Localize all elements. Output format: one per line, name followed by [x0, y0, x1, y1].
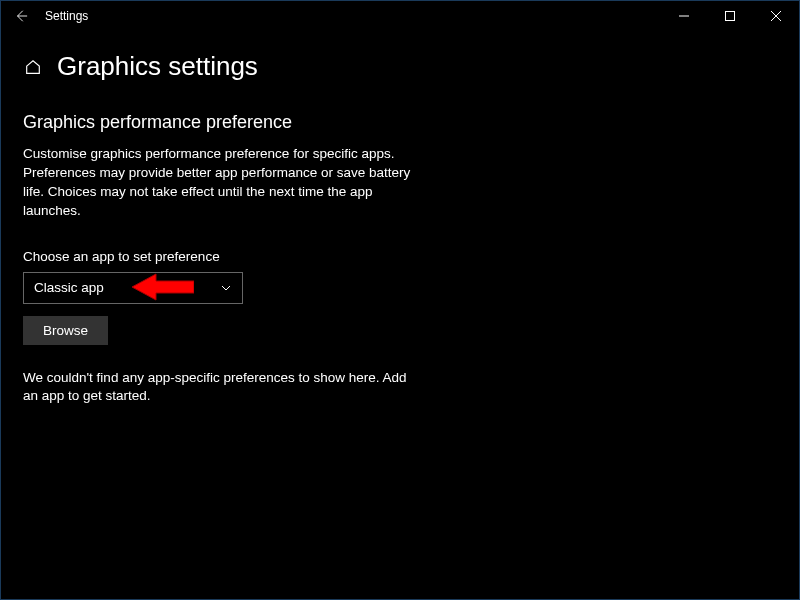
window-title: Settings — [45, 9, 88, 23]
page-title: Graphics settings — [57, 51, 258, 82]
home-button[interactable] — [23, 57, 43, 77]
window-controls — [661, 1, 799, 31]
section-description: Customise graphics performance preferenc… — [23, 145, 423, 221]
minimize-icon — [679, 11, 689, 21]
content-area: Graphics settings Graphics performance p… — [1, 31, 799, 406]
section-title: Graphics performance preference — [23, 112, 779, 133]
home-icon — [24, 58, 42, 76]
close-icon — [771, 11, 781, 21]
back-button[interactable] — [13, 8, 29, 24]
app-selector-label: Choose an app to set preference — [23, 249, 779, 264]
titlebar: Settings — [1, 1, 799, 31]
back-arrow-icon — [14, 9, 28, 23]
browse-button[interactable]: Browse — [23, 316, 108, 345]
minimize-button[interactable] — [661, 1, 707, 31]
app-type-dropdown[interactable]: Classic app — [23, 272, 243, 304]
page-header: Graphics settings — [23, 51, 779, 82]
chevron-down-icon — [220, 282, 232, 294]
close-button[interactable] — [753, 1, 799, 31]
dropdown-value: Classic app — [34, 280, 104, 295]
titlebar-left: Settings — [13, 8, 88, 24]
maximize-icon — [725, 11, 735, 21]
maximize-button[interactable] — [707, 1, 753, 31]
empty-state-message: We couldn't find any app-specific prefer… — [23, 369, 423, 407]
svg-rect-1 — [726, 12, 735, 21]
